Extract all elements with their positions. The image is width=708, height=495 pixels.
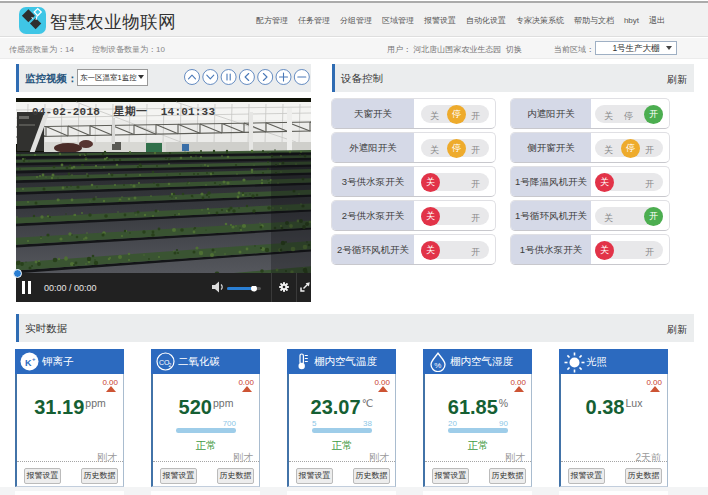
svg-text:K: K	[25, 358, 32, 368]
svg-text:%: %	[434, 361, 441, 370]
svg-text:04-02-2018 星期一 14:01:33: 04-02-2018 星期一 14:01:33	[32, 105, 215, 118]
svg-text:+: +	[32, 356, 36, 362]
svg-text:2: 2	[169, 362, 172, 368]
